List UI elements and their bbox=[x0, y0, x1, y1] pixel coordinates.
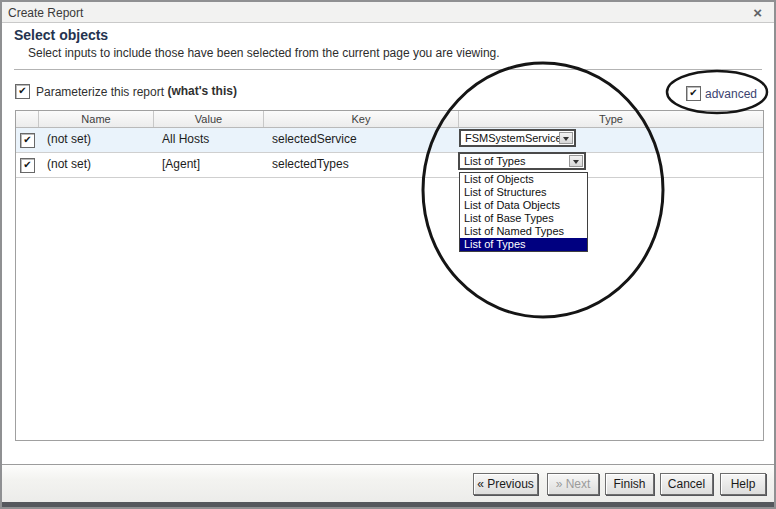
dropdown-arrow-icon[interactable] bbox=[559, 132, 573, 144]
cell-key: selectedTypes bbox=[264, 153, 459, 177]
create-report-dialog: Create Report × Select objects Select in… bbox=[0, 0, 776, 509]
header-cell-name: Name bbox=[39, 111, 154, 127]
advanced-checkbox-row: ✔advanced bbox=[686, 86, 757, 101]
help-button[interactable]: Help bbox=[720, 473, 766, 495]
cell-value: [Agent] bbox=[154, 153, 264, 177]
header-cell-key: Key bbox=[264, 111, 459, 127]
parameterize-checkbox[interactable]: ✔ bbox=[15, 84, 30, 99]
row-checkbox[interactable]: ✔ bbox=[20, 158, 35, 173]
dropdown-option-selected[interactable]: List of Types bbox=[460, 238, 587, 251]
previous-button[interactable]: « Previous bbox=[473, 473, 538, 495]
cancel-button[interactable]: Cancel bbox=[660, 473, 713, 495]
type-dropdown-types[interactable]: List of Types bbox=[458, 152, 586, 170]
row-checkbox[interactable]: ✔ bbox=[20, 133, 35, 148]
whats-this-link[interactable]: (what's this) bbox=[167, 84, 237, 98]
next-button: » Next bbox=[547, 473, 599, 495]
header-cell-checkbox bbox=[16, 111, 39, 127]
dropdown-option[interactable]: List of Base Types bbox=[460, 212, 587, 225]
page-subtitle: Select inputs to include those have been… bbox=[28, 46, 500, 60]
cell-name: (not set) bbox=[39, 153, 154, 177]
header-divider bbox=[14, 69, 762, 70]
type-dropdown-value: FSMSystemService bbox=[465, 131, 562, 145]
parameterize-checkbox-row: ✔Parameterize this report (what's this) bbox=[15, 84, 237, 99]
table-row[interactable]: ✔ (not set) All Hosts selectedService bbox=[16, 128, 763, 153]
header-cell-value: Value bbox=[154, 111, 264, 127]
table-header: Name Value Key Type bbox=[16, 111, 763, 128]
dialog-title: Create Report bbox=[8, 6, 83, 20]
advanced-checkbox[interactable]: ✔ bbox=[686, 86, 701, 101]
bottom-bar bbox=[2, 502, 774, 507]
dropdown-option[interactable]: List of Objects bbox=[460, 173, 587, 186]
cell-value: All Hosts bbox=[154, 128, 264, 152]
footer-bar bbox=[2, 465, 774, 502]
cell-name: (not set) bbox=[39, 128, 154, 152]
parameterize-label: Parameterize this report bbox=[36, 85, 164, 99]
dropdown-option[interactable]: List of Data Objects bbox=[460, 199, 587, 212]
table-row[interactable]: ✔ (not set) [Agent] selectedTypes bbox=[16, 153, 763, 178]
dialog-titlebar: Create Report × bbox=[2, 2, 774, 23]
cell-key: selectedService bbox=[264, 128, 459, 152]
dropdown-option[interactable]: List of Named Types bbox=[460, 225, 587, 238]
type-dropdown-service[interactable]: FSMSystemService bbox=[459, 129, 576, 147]
page-title: Select objects bbox=[14, 27, 108, 43]
dropdown-option[interactable]: List of Structures bbox=[460, 186, 587, 199]
finish-button[interactable]: Finish bbox=[605, 473, 654, 495]
close-icon[interactable]: × bbox=[753, 3, 762, 23]
type-dropdown-value: List of Types bbox=[464, 154, 526, 168]
header-cell-type: Type bbox=[459, 111, 763, 127]
dropdown-arrow-icon[interactable] bbox=[569, 155, 583, 167]
dropdown-list: List of Objects List of Structures List … bbox=[459, 172, 588, 252]
params-table: Name Value Key Type ✔ (not set) All Host… bbox=[15, 110, 764, 441]
advanced-label: advanced bbox=[705, 87, 757, 101]
